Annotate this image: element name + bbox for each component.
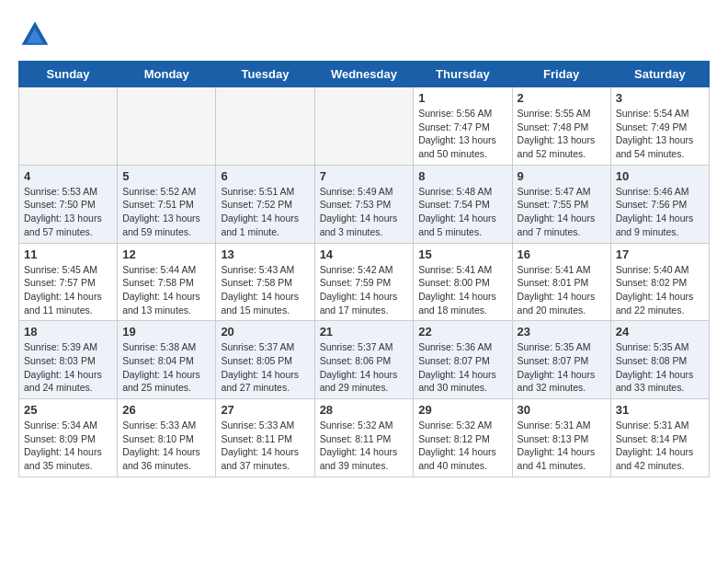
- calendar-day-cell: 18Sunrise: 5:39 AMSunset: 8:03 PMDayligh…: [19, 321, 118, 399]
- day-number: 9: [518, 169, 606, 183]
- day-info: Sunrise: 5:51 AMSunset: 7:52 PMDaylight:…: [221, 185, 309, 239]
- calendar-day-cell: 12Sunrise: 5:44 AMSunset: 7:58 PMDayligh…: [118, 243, 216, 321]
- day-number: 27: [221, 403, 309, 417]
- day-number: 11: [24, 247, 112, 261]
- day-number: 20: [221, 325, 309, 339]
- day-info: Sunrise: 5:53 AMSunset: 7:50 PMDaylight:…: [24, 185, 112, 239]
- calendar-day-cell: 22Sunrise: 5:36 AMSunset: 8:07 PMDayligh…: [414, 321, 512, 399]
- day-info: Sunrise: 5:31 AMSunset: 8:13 PMDaylight:…: [518, 419, 606, 473]
- day-number: 22: [418, 325, 506, 339]
- day-number: 6: [221, 169, 309, 183]
- calendar-day-cell: 21Sunrise: 5:37 AMSunset: 8:06 PMDayligh…: [314, 321, 414, 399]
- day-number: 30: [518, 403, 606, 417]
- day-info: Sunrise: 5:48 AMSunset: 7:54 PMDaylight:…: [418, 185, 506, 239]
- day-info: Sunrise: 5:44 AMSunset: 7:58 PMDaylight:…: [122, 263, 210, 317]
- day-number: 16: [518, 247, 606, 261]
- weekday-header: Monday: [118, 62, 216, 87]
- calendar-day-cell: 24Sunrise: 5:35 AMSunset: 8:08 PMDayligh…: [610, 321, 709, 399]
- calendar-day-cell: 7Sunrise: 5:49 AMSunset: 7:53 PMDaylight…: [314, 165, 414, 243]
- calendar-day-cell: [216, 87, 314, 166]
- calendar-day-cell: 27Sunrise: 5:33 AMSunset: 8:11 PMDayligh…: [216, 399, 314, 477]
- calendar-week-row: 1Sunrise: 5:56 AMSunset: 7:47 PMDaylight…: [19, 87, 710, 166]
- calendar-day-cell: [118, 87, 216, 166]
- day-number: 8: [418, 169, 506, 183]
- day-number: 26: [122, 403, 210, 417]
- day-info: Sunrise: 5:34 AMSunset: 8:09 PMDaylight:…: [24, 419, 112, 473]
- calendar-week-row: 11Sunrise: 5:45 AMSunset: 7:57 PMDayligh…: [19, 243, 710, 321]
- day-info: Sunrise: 5:52 AMSunset: 7:51 PMDaylight:…: [122, 185, 210, 239]
- day-number: 15: [418, 247, 506, 261]
- logo: [18, 18, 57, 52]
- calendar-day-cell: 6Sunrise: 5:51 AMSunset: 7:52 PMDaylight…: [216, 165, 314, 243]
- day-info: Sunrise: 5:36 AMSunset: 8:07 PMDaylight:…: [418, 340, 506, 395]
- page-header: [18, 18, 710, 52]
- day-info: Sunrise: 5:49 AMSunset: 7:53 PMDaylight:…: [320, 185, 409, 239]
- day-number: 7: [320, 169, 409, 183]
- calendar-day-cell: 10Sunrise: 5:46 AMSunset: 7:56 PMDayligh…: [610, 165, 709, 243]
- day-number: 18: [24, 325, 112, 339]
- calendar-day-cell: [314, 87, 414, 166]
- day-info: Sunrise: 5:47 AMSunset: 7:55 PMDaylight:…: [518, 185, 606, 239]
- day-number: 13: [221, 247, 309, 261]
- day-info: Sunrise: 5:41 AMSunset: 8:00 PMDaylight:…: [418, 263, 506, 317]
- calendar-header-row: SundayMondayTuesdayWednesdayThursdayFrid…: [19, 62, 710, 87]
- calendar-day-cell: 17Sunrise: 5:40 AMSunset: 8:02 PMDayligh…: [610, 243, 709, 321]
- day-number: 5: [122, 169, 210, 183]
- calendar-day-cell: 14Sunrise: 5:42 AMSunset: 7:59 PMDayligh…: [314, 243, 414, 321]
- day-info: Sunrise: 5:42 AMSunset: 7:59 PMDaylight:…: [320, 263, 409, 317]
- day-info: Sunrise: 5:37 AMSunset: 8:06 PMDaylight:…: [320, 340, 409, 395]
- calendar-day-cell: [19, 87, 118, 166]
- day-number: 24: [616, 325, 704, 339]
- day-number: 31: [616, 403, 704, 417]
- calendar-day-cell: 19Sunrise: 5:38 AMSunset: 8:04 PMDayligh…: [118, 321, 216, 399]
- weekday-header: Saturday: [610, 62, 709, 87]
- day-number: 1: [418, 91, 506, 105]
- calendar-week-row: 4Sunrise: 5:53 AMSunset: 7:50 PMDaylight…: [19, 165, 710, 243]
- day-info: Sunrise: 5:37 AMSunset: 8:05 PMDaylight:…: [221, 340, 309, 395]
- calendar-day-cell: 30Sunrise: 5:31 AMSunset: 8:13 PMDayligh…: [512, 399, 610, 477]
- day-info: Sunrise: 5:35 AMSunset: 8:08 PMDaylight:…: [616, 340, 704, 395]
- day-info: Sunrise: 5:32 AMSunset: 8:11 PMDaylight:…: [320, 419, 409, 473]
- day-number: 21: [320, 325, 409, 339]
- day-number: 17: [616, 247, 704, 261]
- calendar-day-cell: 23Sunrise: 5:35 AMSunset: 8:07 PMDayligh…: [512, 321, 610, 399]
- weekday-header: Thursday: [414, 62, 512, 87]
- day-info: Sunrise: 5:32 AMSunset: 8:12 PMDaylight:…: [418, 419, 506, 473]
- day-info: Sunrise: 5:33 AMSunset: 8:10 PMDaylight:…: [122, 419, 210, 473]
- calendar-day-cell: 29Sunrise: 5:32 AMSunset: 8:12 PMDayligh…: [414, 399, 512, 477]
- calendar-day-cell: 31Sunrise: 5:31 AMSunset: 8:14 PMDayligh…: [610, 399, 709, 477]
- calendar-day-cell: 11Sunrise: 5:45 AMSunset: 7:57 PMDayligh…: [19, 243, 118, 321]
- calendar-day-cell: 2Sunrise: 5:55 AMSunset: 7:48 PMDaylight…: [512, 87, 610, 166]
- calendar-day-cell: 9Sunrise: 5:47 AMSunset: 7:55 PMDaylight…: [512, 165, 610, 243]
- day-info: Sunrise: 5:40 AMSunset: 8:02 PMDaylight:…: [616, 263, 704, 317]
- day-number: 3: [616, 91, 704, 105]
- weekday-header: Tuesday: [216, 62, 314, 87]
- day-info: Sunrise: 5:31 AMSunset: 8:14 PMDaylight:…: [616, 419, 704, 473]
- day-info: Sunrise: 5:41 AMSunset: 8:01 PMDaylight:…: [518, 263, 606, 317]
- weekday-header: Sunday: [19, 62, 118, 87]
- calendar-week-row: 25Sunrise: 5:34 AMSunset: 8:09 PMDayligh…: [19, 399, 710, 477]
- day-info: Sunrise: 5:54 AMSunset: 7:49 PMDaylight:…: [616, 107, 704, 161]
- day-info: Sunrise: 5:45 AMSunset: 7:57 PMDaylight:…: [24, 263, 112, 317]
- logo-icon: [18, 18, 51, 52]
- calendar-day-cell: 5Sunrise: 5:52 AMSunset: 7:51 PMDaylight…: [118, 165, 216, 243]
- day-info: Sunrise: 5:46 AMSunset: 7:56 PMDaylight:…: [616, 185, 704, 239]
- calendar-day-cell: 25Sunrise: 5:34 AMSunset: 8:09 PMDayligh…: [19, 399, 118, 477]
- day-number: 29: [418, 403, 506, 417]
- calendar-day-cell: 16Sunrise: 5:41 AMSunset: 8:01 PMDayligh…: [512, 243, 610, 321]
- calendar-day-cell: 26Sunrise: 5:33 AMSunset: 8:10 PMDayligh…: [118, 399, 216, 477]
- weekday-header: Wednesday: [314, 62, 414, 87]
- calendar-day-cell: 20Sunrise: 5:37 AMSunset: 8:05 PMDayligh…: [216, 321, 314, 399]
- day-info: Sunrise: 5:39 AMSunset: 8:03 PMDaylight:…: [24, 340, 112, 395]
- day-number: 23: [518, 325, 606, 339]
- calendar-day-cell: 13Sunrise: 5:43 AMSunset: 7:58 PMDayligh…: [216, 243, 314, 321]
- calendar-day-cell: 3Sunrise: 5:54 AMSunset: 7:49 PMDaylight…: [610, 87, 709, 166]
- calendar-table: SundayMondayTuesdayWednesdayThursdayFrid…: [18, 61, 710, 477]
- day-info: Sunrise: 5:38 AMSunset: 8:04 PMDaylight:…: [122, 340, 210, 395]
- day-number: 28: [320, 403, 409, 417]
- day-number: 12: [122, 247, 210, 261]
- day-number: 2: [518, 91, 606, 105]
- calendar-day-cell: 1Sunrise: 5:56 AMSunset: 7:47 PMDaylight…: [414, 87, 512, 166]
- day-number: 14: [320, 247, 409, 261]
- day-info: Sunrise: 5:55 AMSunset: 7:48 PMDaylight:…: [518, 107, 606, 161]
